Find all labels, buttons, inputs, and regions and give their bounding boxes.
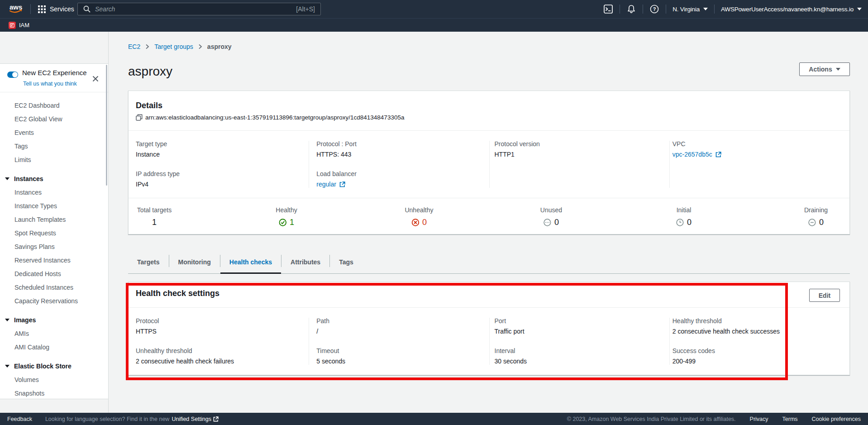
copy-icon[interactable] [136,114,143,121]
actions-button[interactable]: Actions [799,62,850,76]
details-title: Details [136,101,849,110]
field-label: IP address type [136,171,309,177]
breadcrumb-ec2[interactable]: EC2 [128,43,140,50]
cloudshell-icon[interactable] [603,4,613,14]
aws-logo[interactable]: aws [8,3,24,15]
edit-button-label: Edit [819,292,830,299]
sidebar-item-instances[interactable]: Instances [0,186,108,199]
stat-value: 0 [422,218,427,227]
unified-settings-link[interactable]: Unified Settings [172,416,219,422]
tab-targets[interactable]: Targets [128,253,169,273]
vpc-link[interactable]: vpc-2657db5c [672,151,712,158]
stat-label: Unused [540,207,562,213]
account-menu[interactable]: AWSPowerUserAccess/navaneeth.kn@harness.… [721,6,862,13]
sidebar-scrollbar[interactable] [106,65,107,186]
top-nav-utilities: ? N. Virginia AWSPowerUserAccess/navanee… [603,0,862,18]
privacy-link[interactable]: Privacy [750,416,768,422]
sidebar-item-ec2-dashboard[interactable]: EC2 Dashboard [0,99,108,112]
field-label: Timeout [316,348,489,354]
sidebar-section-instances[interactable]: Instances [0,172,108,186]
details-card-header: Details arn:aws:elasticloadbalancing:us-… [129,91,849,131]
field-value: 2 consecutive health check failures [136,358,309,365]
sidebar-item-snapshots[interactable]: Snapshots [0,387,108,400]
search-input[interactable] [95,5,296,13]
tab-health-checks[interactable]: Health checks [220,253,281,273]
terms-link[interactable]: Terms [782,416,798,422]
sidebar-item-tags[interactable]: Tags [0,139,108,153]
sidebar-item-events[interactable]: Events [0,126,108,139]
toggle-knob [12,72,18,77]
minus-circle-icon [808,219,816,226]
sidebar-item-instance-types[interactable]: Instance Types [0,199,108,213]
sidebar-section-images[interactable]: Images [0,313,108,327]
sidebar-item-launch-templates[interactable]: Launch Templates [0,213,108,226]
field-value: Instance [136,151,309,158]
sidebar-item-ami-catalog[interactable]: AMI Catalog [0,340,108,354]
target-health-summary: Total targets 1 Healthy 1 Unhealthy [129,198,849,235]
sidebar-item-spot-requests[interactable]: Spot Requests [0,226,108,240]
tab-attributes[interactable]: Attributes [281,253,329,273]
arn-value: arn:aws:elasticloadbalancing:us-east-1:3… [145,114,404,121]
external-link-icon [213,416,219,422]
field-target-type: Target type Instance [136,141,309,158]
field-value: 5 seconds [316,358,489,365]
field-value: HTTPS [136,328,309,335]
close-icon[interactable] [92,76,99,82]
cookie-preferences-link[interactable]: Cookie preferences [812,416,861,422]
side-navigation-menu: EC2 Dashboard EC2 Global View Events Tag… [0,92,108,400]
field-label: Unhealthy threshold [136,348,309,354]
field-port: Port Traffic port [495,318,669,335]
edit-button[interactable]: Edit [809,289,840,302]
stat-initial: Initial 0 [676,207,692,227]
sidebar-item-scheduled-instances[interactable]: Scheduled Instances [0,281,108,294]
feedback-link[interactable]: Feedback [7,416,32,422]
sidebar-item-savings-plans[interactable]: Savings Plans [0,240,108,253]
top-navigation-bar: aws Services [0,0,868,32]
section-label: Elastic Block Store [14,363,72,370]
favorite-iam-shortcut[interactable]: IAM [9,22,29,29]
sidebar-item-dedicated-hosts[interactable]: Dedicated Hosts [0,267,108,281]
breadcrumb-target-groups[interactable]: Target groups [154,43,193,50]
tab-monitoring[interactable]: Monitoring [169,253,220,273]
breadcrumb-current: asproxy [207,43,232,50]
details-column-1: Target type Instance IP address type IPv… [129,141,309,188]
health-check-settings-card: Health check settings Edit Protocol HTTP… [128,282,850,375]
search-shortcut-hint: [Alt+S] [296,5,315,13]
topbar-divider [30,4,31,14]
stat-label: Initial [676,207,692,213]
topbar-divider [643,5,643,14]
tab-tags[interactable]: Tags [330,253,362,273]
sidebar-item-volumes[interactable]: Volumes [0,373,108,387]
field-label: Protocol [136,318,309,324]
field-label: VPC [672,141,849,147]
field-label: Interval [495,348,669,354]
chevron-down-icon [836,68,840,71]
breadcrumb: EC2 Target groups asproxy [128,43,232,50]
health-column-1: Protocol HTTPS Unhealthy threshold 2 con… [129,318,309,365]
topbar-divider [620,5,620,14]
details-column-4: VPC vpc-2657db5c [669,141,849,188]
load-balancer-link[interactable]: regular [316,181,336,188]
services-menu[interactable]: Services [38,5,74,13]
account-label: AWSPowerUserAccess/navaneeth.kn@harness.… [721,6,854,13]
details-column-2: Protocol : Port HTTPS: 443 Load balancer… [309,141,489,188]
new-ec2-experience-toggle[interactable] [7,72,18,78]
unified-settings-label: Unified Settings [172,416,211,422]
search-box[interactable]: [Alt+S] [77,3,321,15]
copyright-text: © 2023, Amazon Web Services India Privat… [567,416,736,422]
tell-us-link[interactable]: Tell us what you think [23,81,77,87]
sidebar-item-ec2-global-view[interactable]: EC2 Global View [0,112,108,126]
services-grid-icon [38,5,46,13]
sidebar-item-reserved-instances[interactable]: Reserved Instances [0,253,108,267]
sidebar-item-amis[interactable]: AMIs [0,327,108,340]
sidebar-item-capacity-reservations[interactable]: Capacity Reservations [0,294,108,308]
stat-unhealthy: Unhealthy 0 [405,207,433,227]
aws-logo-text: aws [10,3,22,11]
help-icon[interactable]: ? [649,4,659,14]
notifications-bell-icon[interactable] [626,4,636,14]
sidebar-section-elastic-block-store[interactable]: Elastic Block Store [0,359,108,373]
stat-value: 0 [687,218,692,227]
details-card: Details arn:aws:elasticloadbalancing:us-… [128,91,850,234]
region-selector[interactable]: N. Virginia [672,6,708,13]
sidebar-item-limits[interactable]: Limits [0,153,108,167]
